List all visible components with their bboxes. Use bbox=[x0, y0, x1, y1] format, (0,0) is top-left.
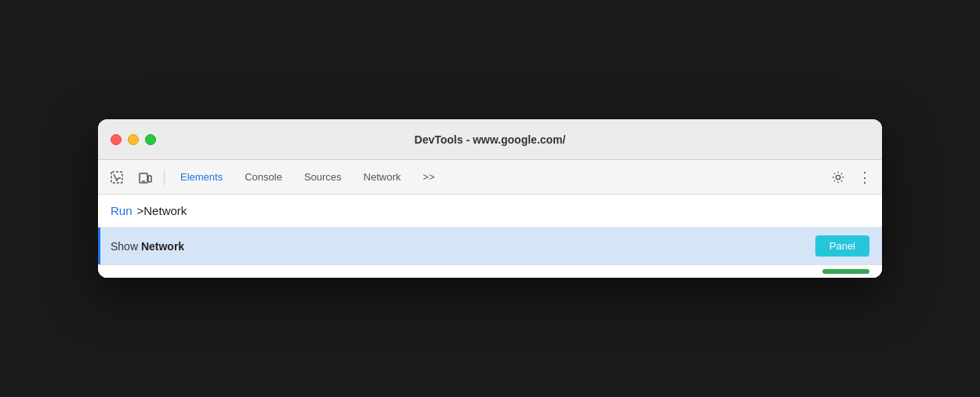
more-options-icon[interactable]: ⋮ bbox=[854, 166, 876, 188]
traffic-lights bbox=[111, 134, 156, 145]
divider bbox=[164, 169, 165, 185]
inspect-element-icon[interactable] bbox=[104, 165, 129, 190]
window-title: DevTools - www.google.com/ bbox=[415, 133, 566, 146]
tab-network[interactable]: Network bbox=[354, 165, 411, 190]
devtools-window: DevTools - www.google.com/ Elements Cons… bbox=[98, 119, 882, 278]
tab-more[interactable]: >> bbox=[413, 165, 444, 190]
toolbar-right: ⋮ bbox=[826, 165, 876, 190]
title-bar: DevTools - www.google.com/ bbox=[98, 119, 882, 160]
toolbar: Elements Console Sources Network >> ⋮ bbox=[98, 160, 882, 195]
settings-icon[interactable] bbox=[826, 165, 851, 190]
device-toolbar-icon[interactable] bbox=[132, 165, 158, 190]
command-input[interactable] bbox=[137, 204, 869, 217]
green-indicator bbox=[822, 269, 869, 274]
run-label: Run bbox=[111, 204, 132, 217]
suggestion-text: Show Network bbox=[111, 240, 184, 253]
svg-rect-2 bbox=[148, 176, 151, 182]
maximize-button[interactable] bbox=[145, 134, 156, 145]
close-button[interactable] bbox=[111, 134, 122, 145]
command-bar: Run bbox=[98, 195, 882, 228]
minimize-button[interactable] bbox=[128, 134, 139, 145]
selection-indicator bbox=[98, 228, 100, 264]
panel-button[interactable]: Panel bbox=[815, 235, 869, 257]
tab-console[interactable]: Console bbox=[235, 165, 292, 190]
content-area: Run Show Network Panel bbox=[98, 195, 882, 278]
tab-sources[interactable]: Sources bbox=[295, 165, 351, 190]
suggestion-row[interactable]: Show Network Panel bbox=[98, 228, 882, 265]
svg-point-4 bbox=[836, 175, 840, 179]
tab-elements[interactable]: Elements bbox=[171, 165, 232, 190]
bottom-hint bbox=[98, 265, 882, 278]
